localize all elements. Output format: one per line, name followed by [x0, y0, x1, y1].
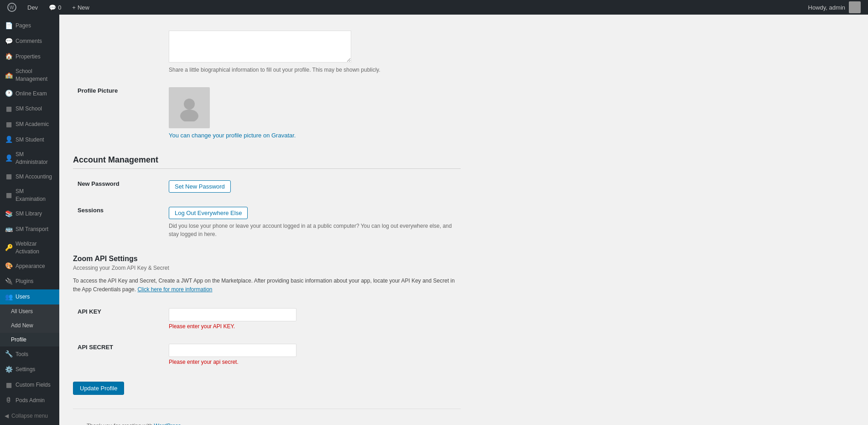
submenu-all-users[interactable]: All Users	[0, 304, 59, 319]
sidebar-label-sm-school: SM School	[16, 105, 42, 113]
sidebar-item-school-management[interactable]: 🏫 School Management	[0, 64, 59, 86]
new-label: New	[78, 4, 89, 11]
submenu-add-new[interactable]: Add New	[0, 319, 59, 333]
footer-thank-you: Thank you for creating with WordPress.	[73, 418, 461, 425]
zoom-click-here-link[interactable]: Click here for more information	[137, 286, 212, 293]
svg-point-2	[184, 99, 195, 110]
set-new-password-button[interactable]: Set New Password	[169, 180, 231, 193]
sm-transport-icon: 🚌	[5, 225, 13, 234]
sidebar-item-custom-fields[interactable]: ▦ Custom Fields	[0, 378, 59, 393]
bio-section: Share a little biographical information …	[73, 24, 461, 146]
howdy-text: Howdy, admin	[808, 4, 845, 11]
sidebar-label-appearance: Appearance	[16, 262, 45, 270]
sidebar-item-sm-examination[interactable]: ▦ SM Examination	[0, 184, 59, 206]
submenu-all-users-label: All Users	[11, 308, 33, 315]
sidebar-label-settings: Settings	[16, 366, 35, 373]
sidebar-item-sm-library[interactable]: 📚 SM Library	[0, 206, 59, 222]
log-out-everywhere-button[interactable]: Log Out Everywhere Else	[169, 207, 248, 219]
sidebar-label-sm-library: SM Library	[16, 210, 42, 218]
gravatar-link[interactable]: You can change your profile picture on G…	[169, 132, 456, 139]
svg-point-3	[180, 110, 198, 121]
sidebar-label-sm-examination: SM Examination	[16, 188, 55, 203]
api-secret-label: API SECRET	[73, 337, 164, 373]
bio-description: Share a little biographical information …	[169, 67, 456, 73]
submenu-profile[interactable]: Profile	[0, 333, 59, 347]
sidebar-label-pages: Pages	[16, 22, 31, 30]
sm-school-icon: ▦	[5, 105, 13, 114]
sidebar-item-weblizar[interactable]: 🔑 Weblizar Activation	[0, 237, 59, 259]
sidebar-item-sm-school[interactable]: ▦ SM School	[0, 101, 59, 117]
wp-logo-button[interactable]: W	[5, 0, 19, 15]
appearance-icon: 🎨	[5, 262, 13, 271]
sidebar-item-users[interactable]: 👥 Users	[0, 289, 59, 305]
sidebar-label-sm-administrator: SM Administrator	[16, 151, 55, 166]
sidebar-label-properties: Properties	[16, 53, 41, 61]
sidebar-item-settings[interactable]: ⚙️ Settings	[0, 362, 59, 378]
sidebar-item-online-exam[interactable]: 🕐 Online Exam	[0, 86, 59, 101]
profile-picture-label: Profile Picture	[73, 80, 164, 146]
sidebar-label-sm-accounting: SM Accounting	[16, 173, 52, 181]
sidebar-label-sm-academic: SM Academic	[16, 121, 49, 128]
sidebar-label-pods-admin: Pods Admin	[16, 397, 45, 404]
api-key-input[interactable]	[169, 308, 296, 321]
api-secret-input[interactable]	[169, 344, 296, 357]
profile-picture-container: You can change your profile picture on G…	[169, 87, 456, 139]
settings-icon: ⚙️	[5, 365, 13, 374]
wordpress-link[interactable]: WordPress	[154, 423, 181, 425]
sm-academic-icon: ▦	[5, 120, 13, 129]
sidebar-item-pods-admin[interactable]: 🛢 Pods Admin	[0, 393, 59, 408]
sm-accounting-icon: ▦	[5, 172, 13, 181]
zoom-accessing-text: Accessing your Zoom API Key & Secret	[73, 265, 461, 271]
users-submenu: All Users Add New Profile	[0, 304, 59, 346]
new-password-label: New Password	[73, 173, 164, 200]
sidebar-item-tools[interactable]: 🔧 Tools	[0, 346, 59, 362]
sidebar-item-plugins[interactable]: 🔌 Plugins	[0, 274, 59, 289]
bio-textarea[interactable]	[169, 31, 351, 63]
update-profile-button[interactable]: Update Profile	[73, 382, 124, 395]
sidebar-label-custom-fields: Custom Fields	[16, 381, 51, 389]
pages-icon: 📄	[5, 21, 13, 31]
sidebar-item-sm-administrator[interactable]: 👤 SM Administrator	[0, 147, 59, 169]
school-icon: 🏫	[5, 71, 13, 80]
account-management-section: New Password Set New Password Sessions L…	[73, 173, 461, 246]
comments-icon: 💬	[5, 37, 13, 46]
tools-icon: 🔧	[5, 350, 13, 359]
plus-icon: +	[72, 4, 76, 11]
pods-icon: 🛢	[5, 396, 13, 405]
custom-fields-icon: ▦	[5, 381, 13, 390]
zoom-api-section: Zoom API Settings Accessing your Zoom AP…	[73, 255, 461, 373]
comment-icon: 💬	[49, 4, 56, 11]
avatar-placeholder	[169, 87, 210, 128]
comments-button[interactable]: 💬 0	[46, 0, 64, 15]
bio-label	[73, 24, 164, 80]
zoom-info-text: To access the API Key and Secret, Create…	[73, 277, 461, 294]
sidebar-label-weblizar: Weblizar Activation	[16, 240, 55, 256]
sidebar-label-plugins: Plugins	[16, 278, 33, 285]
sidebar-label-tools: Tools	[16, 351, 28, 358]
sidebar-item-sm-academic[interactable]: ▦ SM Academic	[0, 117, 59, 132]
submenu-add-new-label: Add New	[11, 322, 33, 330]
zoom-api-heading: Zoom API Settings	[73, 255, 461, 263]
site-name-button[interactable]: Dev	[25, 0, 41, 15]
sidebar-label-users: Users	[16, 293, 30, 301]
sidebar-item-sm-student[interactable]: 👤 SM Student	[0, 132, 59, 147]
api-key-description: Please enter your API KEY.	[169, 323, 456, 330]
sidebar-item-properties[interactable]: 🏠 Properties	[0, 49, 59, 64]
new-content-button[interactable]: + New	[69, 0, 92, 15]
sidebar-item-appearance[interactable]: 🎨 Appearance	[0, 258, 59, 274]
sidebar-item-pages[interactable]: 📄 Pages	[0, 18, 59, 34]
sidebar-item-sm-accounting[interactable]: ▦ SM Accounting	[0, 169, 59, 184]
sidebar-label-school-management: School Management	[16, 68, 55, 83]
sidebar-item-comments[interactable]: 💬 Comments	[0, 34, 59, 49]
users-icon: 👥	[5, 293, 13, 302]
sm-admin-icon: 👤	[5, 154, 13, 163]
api-key-label: API KEY	[73, 301, 164, 337]
online-exam-icon: 🕐	[5, 89, 13, 98]
sm-student-icon: 👤	[5, 135, 13, 144]
howdy-user[interactable]: Howdy, admin	[806, 0, 863, 15]
sidebar-item-sm-transport[interactable]: 🚌 SM Transport	[0, 221, 59, 237]
main-content: Share a little biographical information …	[59, 15, 868, 425]
collapse-menu-button[interactable]: ◀ Collapse menu	[0, 408, 59, 424]
collapse-arrow-icon: ◀	[5, 413, 9, 419]
profile-form: Share a little biographical information …	[59, 15, 470, 425]
